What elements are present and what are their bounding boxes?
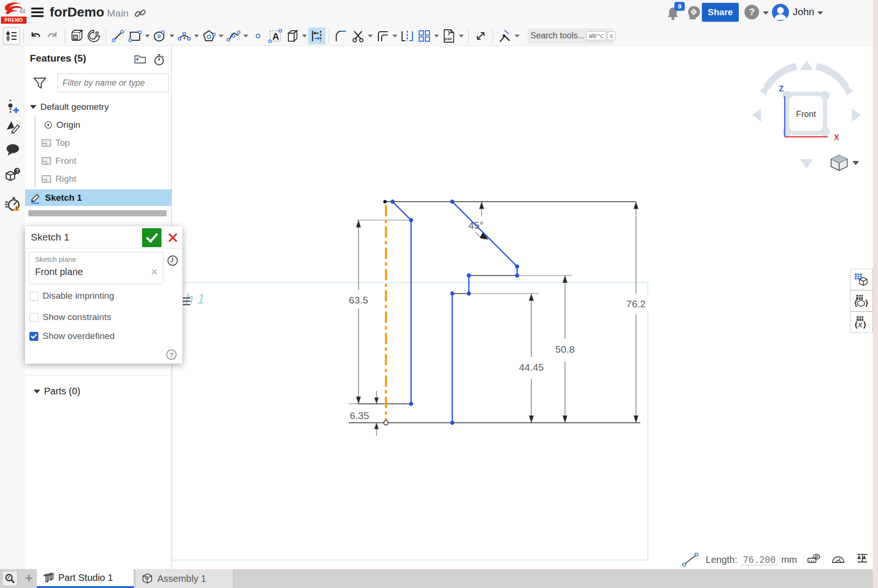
document-title[interactable]: forDemo — [50, 5, 104, 20]
dialog-help-icon[interactable]: ? — [166, 349, 177, 360]
rectangle-tool-button[interactable] — [126, 27, 143, 45]
feature-history-button[interactable] — [167, 255, 179, 268]
view-mode-caret-icon[interactable] — [852, 161, 859, 165]
tree-item-sketch-1[interactable]: Sketch 1 — [25, 189, 172, 206]
filter-funnel-icon[interactable] — [33, 76, 47, 91]
circle-tool-button[interactable] — [151, 27, 168, 45]
rectangle-caret-icon[interactable] — [143, 27, 151, 45]
trim-tool-button[interactable] — [349, 27, 367, 45]
dialog-confirm-button[interactable] — [142, 228, 161, 247]
regeneration-time-button[interactable] — [153, 53, 165, 68]
text-tool-button[interactable]: A — [267, 27, 284, 45]
view-mode-cube-icon[interactable] — [831, 155, 847, 170]
comments-button[interactable] — [0, 143, 25, 157]
workspace-name[interactable]: Main — [107, 8, 129, 19]
company-logo[interactable]: 60 PREMO — [1, 1, 27, 25]
measure-angle-button[interactable] — [831, 552, 845, 567]
variables-panel-button[interactable]: ( x ) — [850, 312, 873, 333]
tree-item-top[interactable]: Top — [25, 134, 172, 152]
user-avatar[interactable] — [772, 4, 789, 21]
point-icon — [253, 31, 263, 41]
measure-distance-button[interactable] — [807, 552, 821, 567]
user-menu-caret-icon[interactable] — [817, 11, 823, 15]
profile-black-lines[interactable] — [349, 202, 640, 423]
line-tool-button[interactable] — [109, 27, 126, 45]
help-resources-button[interactable]: ? — [0, 167, 25, 182]
redo-button[interactable] — [44, 27, 61, 45]
help-caret-icon[interactable] — [763, 11, 769, 15]
undo-button[interactable] — [27, 27, 44, 45]
disable-imprinting-checkbox[interactable]: Disable imprinting — [29, 291, 114, 301]
add-folder-button[interactable] — [134, 53, 146, 66]
fillet-tool-button[interactable] — [332, 27, 349, 45]
point-tool-button[interactable] — [250, 27, 267, 45]
tab-assembly-1[interactable]: Assembly 1 — [136, 569, 233, 588]
tree-group-default-geometry[interactable]: Default geometry — [25, 98, 172, 116]
dimension-tool-button[interactable] — [308, 27, 325, 45]
spline-caret-icon[interactable] — [242, 27, 250, 45]
search-tools-box[interactable]: Search tools... alt/⌥ c — [528, 28, 613, 44]
parts-section-header[interactable]: Parts (0) — [30, 386, 81, 397]
pattern-caret-icon[interactable] — [433, 27, 440, 45]
import-dxf-button[interactable]: DXF — [440, 27, 457, 45]
grid-cube-icon — [854, 273, 869, 286]
tree-item-origin[interactable]: Origin — [25, 116, 172, 134]
features-list-toggle-button[interactable] — [3, 27, 20, 45]
transform-tool-button[interactable] — [472, 27, 489, 45]
feature-script-panel-button[interactable]: { } — [850, 290, 873, 312]
search-tabs-button[interactable] — [2, 571, 18, 586]
stopwatch-warning-icon — [4, 196, 21, 213]
polygon-tool-button[interactable] — [200, 27, 217, 45]
trim-caret-icon[interactable] — [367, 27, 374, 45]
tree-item-front[interactable]: Front — [25, 152, 172, 170]
sketch-plane-field[interactable]: Sketch plane Front plane ✕ — [29, 252, 163, 284]
panel-scroll-handle[interactable] — [28, 210, 167, 216]
offset-icon — [376, 29, 389, 43]
origin-point[interactable] — [384, 420, 388, 425]
insert-feature-button[interactable] — [0, 99, 25, 115]
add-tab-button[interactable]: + — [21, 569, 37, 588]
view-cube[interactable]: Front Z X — [748, 51, 867, 174]
slot-tool-button[interactable] — [284, 27, 301, 45]
assistant-button[interactable] — [686, 5, 701, 23]
notifications-button[interactable]: 9 — [666, 6, 680, 23]
share-link-icon[interactable] — [134, 7, 146, 19]
show-constraints-checkbox[interactable]: Show constraints — [29, 312, 111, 322]
offset-tool-button[interactable] — [374, 27, 391, 45]
spline-tool-button[interactable] — [225, 27, 242, 45]
circle-caret-icon[interactable] — [168, 27, 176, 45]
show-overdefined-checkbox[interactable]: Show overdefined — [29, 331, 115, 341]
arc-caret-icon[interactable] — [193, 27, 200, 45]
extrude-button[interactable] — [68, 27, 85, 45]
arc-tool-button[interactable]: + — [176, 27, 193, 45]
help-button[interactable]: ? — [744, 5, 759, 19]
main-menu-button[interactable] — [31, 8, 44, 18]
sketch-point[interactable] — [383, 200, 386, 203]
length-value-field[interactable]: 76.200 — [741, 554, 778, 565]
offset-caret-icon[interactable] — [391, 27, 399, 45]
filter-input[interactable] — [57, 73, 169, 92]
mass-properties-button[interactable] — [856, 552, 869, 567]
dxf-caret-icon[interactable] — [457, 27, 465, 45]
tab-part-studio-1[interactable]: Part Studio 1 — [37, 569, 134, 588]
user-name[interactable]: John — [793, 6, 815, 18]
sketch-context-menu-icon[interactable] — [183, 297, 190, 305]
custom-tables-button[interactable] — [850, 269, 873, 290]
performance-warning-button[interactable] — [0, 196, 25, 213]
slot-caret-icon[interactable] — [301, 27, 308, 45]
dialog-cancel-button[interactable] — [164, 228, 181, 247]
bottom-tab-bar: + Part Studio 1 Assembly 1 — [0, 569, 878, 588]
sketch-vertices[interactable] — [391, 200, 520, 425]
mirror-tool-button[interactable] — [399, 27, 416, 45]
tree-item-right[interactable]: Right — [25, 170, 172, 188]
revolve-button[interactable] — [85, 27, 102, 45]
dimension-lines[interactable] — [357, 202, 638, 436]
pattern-tool-button[interactable] — [416, 27, 433, 45]
construction-caret-icon[interactable] — [513, 27, 521, 45]
polygon-caret-icon[interactable] — [217, 27, 225, 45]
share-button[interactable]: Share — [702, 3, 739, 22]
construction-tool-button[interactable] — [496, 27, 513, 45]
profile-blue-lines[interactable] — [393, 202, 517, 423]
edit-appearance-button[interactable] — [0, 119, 25, 134]
clear-selection-icon[interactable]: ✕ — [151, 267, 158, 276]
